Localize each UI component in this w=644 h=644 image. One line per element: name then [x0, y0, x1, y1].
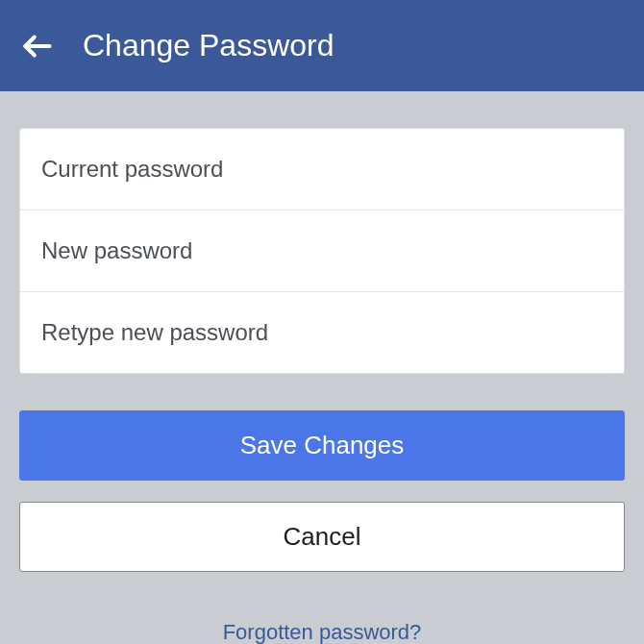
link-row: Forgotten password?	[19, 593, 625, 644]
current-password-input[interactable]	[20, 129, 624, 210]
cancel-button[interactable]: Cancel	[19, 502, 625, 572]
page-title: Change Password	[83, 28, 334, 63]
retype-password-input[interactable]	[20, 292, 624, 373]
new-password-input[interactable]	[20, 211, 624, 291]
password-input-card	[19, 128, 625, 374]
app-header: Change Password	[0, 0, 644, 91]
forgotten-password-link[interactable]: Forgotten password?	[223, 620, 422, 644]
back-arrow-icon[interactable]	[19, 28, 56, 64]
button-section: Save Changes Cancel Forgotten password?	[0, 374, 644, 644]
save-changes-button[interactable]: Save Changes	[19, 410, 625, 481]
form-section	[0, 91, 644, 374]
